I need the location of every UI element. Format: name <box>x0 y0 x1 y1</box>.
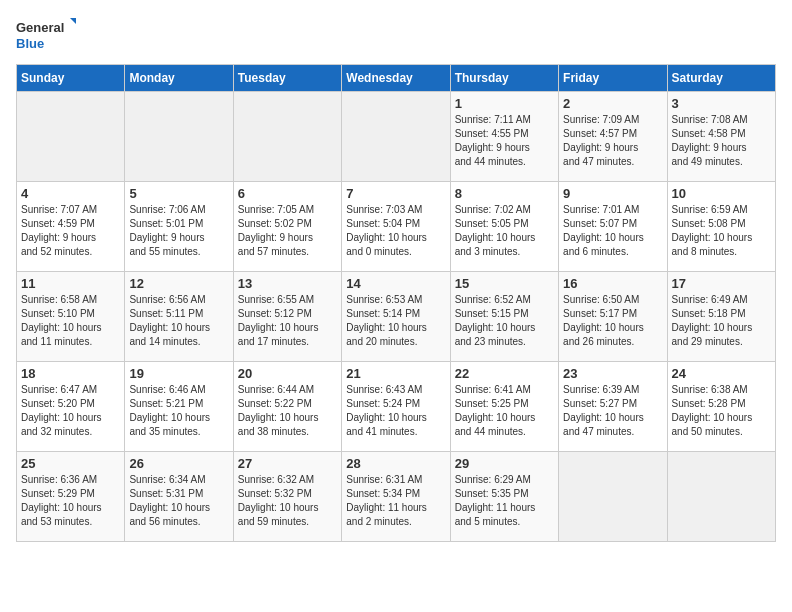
day-info: Sunrise: 6:50 AM Sunset: 5:17 PM Dayligh… <box>563 293 662 349</box>
day-number: 11 <box>21 276 120 291</box>
day-info: Sunrise: 6:59 AM Sunset: 5:08 PM Dayligh… <box>672 203 771 259</box>
calendar-cell: 20Sunrise: 6:44 AM Sunset: 5:22 PM Dayli… <box>233 362 341 452</box>
day-number: 7 <box>346 186 445 201</box>
day-number: 4 <box>21 186 120 201</box>
calendar-cell: 19Sunrise: 6:46 AM Sunset: 5:21 PM Dayli… <box>125 362 233 452</box>
week-row-1: 1Sunrise: 7:11 AM Sunset: 4:55 PM Daylig… <box>17 92 776 182</box>
day-number: 22 <box>455 366 554 381</box>
day-info: Sunrise: 6:36 AM Sunset: 5:29 PM Dayligh… <box>21 473 120 529</box>
calendar-cell: 28Sunrise: 6:31 AM Sunset: 5:34 PM Dayli… <box>342 452 450 542</box>
day-header-saturday: Saturday <box>667 65 775 92</box>
day-header-thursday: Thursday <box>450 65 558 92</box>
day-info: Sunrise: 6:29 AM Sunset: 5:35 PM Dayligh… <box>455 473 554 529</box>
calendar-cell: 14Sunrise: 6:53 AM Sunset: 5:14 PM Dayli… <box>342 272 450 362</box>
day-info: Sunrise: 6:31 AM Sunset: 5:34 PM Dayligh… <box>346 473 445 529</box>
calendar-cell: 16Sunrise: 6:50 AM Sunset: 5:17 PM Dayli… <box>559 272 667 362</box>
day-number: 14 <box>346 276 445 291</box>
svg-text:General: General <box>16 20 64 35</box>
day-info: Sunrise: 6:46 AM Sunset: 5:21 PM Dayligh… <box>129 383 228 439</box>
day-info: Sunrise: 6:39 AM Sunset: 5:27 PM Dayligh… <box>563 383 662 439</box>
calendar-cell: 27Sunrise: 6:32 AM Sunset: 5:32 PM Dayli… <box>233 452 341 542</box>
day-info: Sunrise: 6:44 AM Sunset: 5:22 PM Dayligh… <box>238 383 337 439</box>
day-info: Sunrise: 6:47 AM Sunset: 5:20 PM Dayligh… <box>21 383 120 439</box>
day-info: Sunrise: 6:52 AM Sunset: 5:15 PM Dayligh… <box>455 293 554 349</box>
calendar-cell: 22Sunrise: 6:41 AM Sunset: 5:25 PM Dayli… <box>450 362 558 452</box>
calendar-cell: 2Sunrise: 7:09 AM Sunset: 4:57 PM Daylig… <box>559 92 667 182</box>
day-number: 27 <box>238 456 337 471</box>
day-number: 29 <box>455 456 554 471</box>
logo-svg: General Blue <box>16 16 76 52</box>
calendar-cell: 25Sunrise: 6:36 AM Sunset: 5:29 PM Dayli… <box>17 452 125 542</box>
day-number: 20 <box>238 366 337 381</box>
day-info: Sunrise: 7:03 AM Sunset: 5:04 PM Dayligh… <box>346 203 445 259</box>
day-number: 16 <box>563 276 662 291</box>
day-number: 15 <box>455 276 554 291</box>
day-number: 10 <box>672 186 771 201</box>
calendar-cell: 18Sunrise: 6:47 AM Sunset: 5:20 PM Dayli… <box>17 362 125 452</box>
calendar-cell: 10Sunrise: 6:59 AM Sunset: 5:08 PM Dayli… <box>667 182 775 272</box>
day-number: 25 <box>21 456 120 471</box>
calendar-cell: 23Sunrise: 6:39 AM Sunset: 5:27 PM Dayli… <box>559 362 667 452</box>
calendar-cell: 13Sunrise: 6:55 AM Sunset: 5:12 PM Dayli… <box>233 272 341 362</box>
day-info: Sunrise: 6:56 AM Sunset: 5:11 PM Dayligh… <box>129 293 228 349</box>
day-number: 1 <box>455 96 554 111</box>
day-info: Sunrise: 7:08 AM Sunset: 4:58 PM Dayligh… <box>672 113 771 169</box>
calendar-cell: 7Sunrise: 7:03 AM Sunset: 5:04 PM Daylig… <box>342 182 450 272</box>
day-info: Sunrise: 7:11 AM Sunset: 4:55 PM Dayligh… <box>455 113 554 169</box>
day-number: 26 <box>129 456 228 471</box>
calendar-cell <box>233 92 341 182</box>
calendar-cell: 24Sunrise: 6:38 AM Sunset: 5:28 PM Dayli… <box>667 362 775 452</box>
day-number: 17 <box>672 276 771 291</box>
day-info: Sunrise: 7:06 AM Sunset: 5:01 PM Dayligh… <box>129 203 228 259</box>
day-number: 5 <box>129 186 228 201</box>
day-header-monday: Monday <box>125 65 233 92</box>
day-number: 24 <box>672 366 771 381</box>
day-number: 18 <box>21 366 120 381</box>
day-number: 19 <box>129 366 228 381</box>
day-number: 8 <box>455 186 554 201</box>
day-info: Sunrise: 6:34 AM Sunset: 5:31 PM Dayligh… <box>129 473 228 529</box>
day-number: 9 <box>563 186 662 201</box>
calendar-cell: 17Sunrise: 6:49 AM Sunset: 5:18 PM Dayli… <box>667 272 775 362</box>
calendar-cell <box>17 92 125 182</box>
calendar-cell: 3Sunrise: 7:08 AM Sunset: 4:58 PM Daylig… <box>667 92 775 182</box>
svg-marker-2 <box>70 18 76 24</box>
day-header-sunday: Sunday <box>17 65 125 92</box>
day-number: 13 <box>238 276 337 291</box>
day-header-tuesday: Tuesday <box>233 65 341 92</box>
calendar-table: SundayMondayTuesdayWednesdayThursdayFrid… <box>16 64 776 542</box>
calendar-cell: 26Sunrise: 6:34 AM Sunset: 5:31 PM Dayli… <box>125 452 233 542</box>
svg-text:Blue: Blue <box>16 36 44 51</box>
day-info: Sunrise: 7:07 AM Sunset: 4:59 PM Dayligh… <box>21 203 120 259</box>
day-info: Sunrise: 6:41 AM Sunset: 5:25 PM Dayligh… <box>455 383 554 439</box>
day-number: 21 <box>346 366 445 381</box>
day-number: 28 <box>346 456 445 471</box>
day-info: Sunrise: 7:09 AM Sunset: 4:57 PM Dayligh… <box>563 113 662 169</box>
calendar-cell <box>342 92 450 182</box>
day-info: Sunrise: 6:53 AM Sunset: 5:14 PM Dayligh… <box>346 293 445 349</box>
calendar-cell <box>667 452 775 542</box>
day-info: Sunrise: 6:32 AM Sunset: 5:32 PM Dayligh… <box>238 473 337 529</box>
calendar-cell: 1Sunrise: 7:11 AM Sunset: 4:55 PM Daylig… <box>450 92 558 182</box>
day-info: Sunrise: 6:49 AM Sunset: 5:18 PM Dayligh… <box>672 293 771 349</box>
day-info: Sunrise: 6:43 AM Sunset: 5:24 PM Dayligh… <box>346 383 445 439</box>
day-number: 2 <box>563 96 662 111</box>
day-header-friday: Friday <box>559 65 667 92</box>
calendar-cell <box>125 92 233 182</box>
calendar-cell: 11Sunrise: 6:58 AM Sunset: 5:10 PM Dayli… <box>17 272 125 362</box>
day-number: 3 <box>672 96 771 111</box>
calendar-cell: 15Sunrise: 6:52 AM Sunset: 5:15 PM Dayli… <box>450 272 558 362</box>
week-row-2: 4Sunrise: 7:07 AM Sunset: 4:59 PM Daylig… <box>17 182 776 272</box>
day-info: Sunrise: 7:02 AM Sunset: 5:05 PM Dayligh… <box>455 203 554 259</box>
day-number: 23 <box>563 366 662 381</box>
calendar-cell: 21Sunrise: 6:43 AM Sunset: 5:24 PM Dayli… <box>342 362 450 452</box>
day-info: Sunrise: 6:38 AM Sunset: 5:28 PM Dayligh… <box>672 383 771 439</box>
day-header-wednesday: Wednesday <box>342 65 450 92</box>
day-info: Sunrise: 7:01 AM Sunset: 5:07 PM Dayligh… <box>563 203 662 259</box>
days-header-row: SundayMondayTuesdayWednesdayThursdayFrid… <box>17 65 776 92</box>
logo: General Blue <box>16 16 76 52</box>
calendar-cell: 12Sunrise: 6:56 AM Sunset: 5:11 PM Dayli… <box>125 272 233 362</box>
week-row-5: 25Sunrise: 6:36 AM Sunset: 5:29 PM Dayli… <box>17 452 776 542</box>
page-header: General Blue <box>16 16 776 52</box>
day-number: 6 <box>238 186 337 201</box>
